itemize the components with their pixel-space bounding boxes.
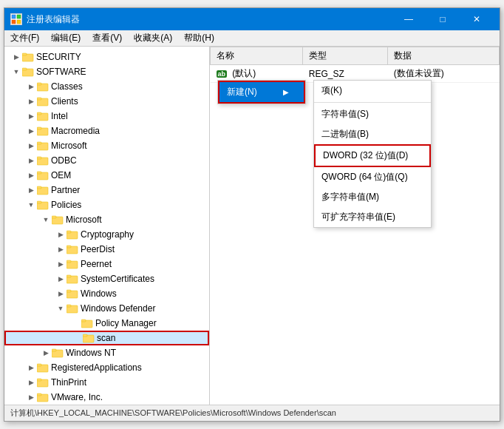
folder-icon-macromedia [37, 126, 49, 136]
tree-item-policymgr[interactable]: ▶ Policy Manager [4, 316, 209, 331]
svg-rect-39 [67, 305, 71, 307]
expander-vmware[interactable]: ▶ [25, 391, 37, 403]
expander-odbc[interactable]: ▶ [25, 155, 37, 166]
svg-rect-5 [22, 53, 27, 55]
folder-icon-peerdist [67, 244, 78, 254]
svg-rect-19 [37, 157, 41, 159]
expander-policies[interactable]: ▼ [25, 199, 37, 211]
expander-software[interactable]: ▼ [10, 66, 22, 78]
label-policies: Policies [51, 200, 81, 210]
svg-rect-2 [12, 20, 16, 24]
submenu-item-multistring[interactable]: 多字符串值(M) [314, 187, 431, 207]
tree-item-classes[interactable]: ▶ Classes [4, 79, 209, 94]
close-button[interactable]: ✕ [460, 8, 494, 30]
folder-icon-partner [37, 185, 49, 195]
tree-item-microsoft-pol[interactable]: ▼ Microsoft [4, 212, 209, 227]
expander-peernet[interactable]: ▶ [55, 258, 67, 270]
tree-item-peerdist[interactable]: ▶ PeerDist [4, 242, 209, 257]
expander-cryptography[interactable]: ▶ [55, 229, 67, 240]
expander-intel[interactable]: ▶ [25, 110, 37, 122]
menu-edit[interactable]: 编辑(E) [45, 30, 86, 46]
tree-item-peernet[interactable]: ▶ Peernet [4, 257, 209, 271]
expander-winnt[interactable]: ▶ [40, 347, 52, 359]
context-menu-new[interactable]: 新建(N) ▶ [218, 81, 305, 104]
expander-windefender[interactable]: ▼ [55, 303, 67, 314]
maximize-button[interactable]: □ [426, 8, 460, 30]
expander-microsoft-pol[interactable]: ▼ [40, 214, 52, 226]
label-clients: Clients [51, 96, 78, 107]
expander-syscerts[interactable]: ▶ [55, 273, 67, 285]
menu-help[interactable]: 帮助(H) [178, 30, 220, 46]
tree-item-winnt[interactable]: ▶ Windows NT [4, 345, 209, 360]
folder-icon-windefender [67, 303, 78, 314]
tree-item-macromedia[interactable]: ▶ Macromedia [4, 124, 209, 138]
tree-item-microsoft-sw[interactable]: ▶ Microsoft [4, 138, 209, 153]
label-syscerts: SystemCertificates [81, 274, 154, 284]
tree-item-syscerts[interactable]: ▶ SystemCertificates [4, 271, 209, 286]
right-panel: 名称 类型 数据 ab (默认) REG_SZ (数值未设置) [210, 47, 500, 405]
window-controls: — □ ✕ [392, 8, 494, 30]
svg-rect-13 [37, 112, 41, 115]
tree-item-software[interactable]: ▼ SOFTWARE [4, 64, 209, 79]
status-bar: 计算机\HKEY_LOCAL_MACHINE\SOFTWARE\Policies… [4, 405, 500, 421]
tree-item-vmware[interactable]: ▶ VMware, Inc. [4, 390, 209, 405]
tree-item-windefender[interactable]: ▼ Windows Defender [4, 301, 209, 316]
tree-scroll: ▶ SECURITY ▼ SOFTWARE ▶ [4, 47, 209, 405]
svg-rect-17 [37, 142, 41, 144]
folder-icon-microsoft-pol [52, 214, 64, 225]
svg-rect-49 [37, 379, 41, 381]
submenu-item-dword[interactable]: DWORD (32 位)值(D) [314, 144, 431, 167]
tree-item-thinprint[interactable]: ▶ ThinPrint [4, 375, 209, 390]
tree-item-odbc[interactable]: ▶ ODBC [4, 153, 209, 168]
tree-item-partner[interactable]: ▶ Partner [4, 183, 209, 197]
tree-item-clients[interactable]: ▶ Clients [4, 94, 209, 109]
expander-security[interactable]: ▶ [10, 51, 22, 63]
label-partner: Partner [51, 185, 80, 195]
label-microsoft-pol: Microsoft [66, 214, 102, 225]
submenu-item-string[interactable]: 字符串值(S) [314, 104, 431, 124]
expander-regapps[interactable]: ▶ [25, 362, 37, 374]
folder-icon-clients [37, 96, 49, 107]
expander-peerdist[interactable]: ▶ [55, 243, 67, 255]
expander-thinprint[interactable]: ▶ [25, 376, 37, 388]
tree-item-regapps[interactable]: ▶ RegisteredApplications [4, 360, 209, 375]
expander-clients[interactable]: ▶ [25, 95, 37, 107]
submenu-item-qword[interactable]: QWORD (64 位)值(Q) [314, 167, 431, 187]
tree-panel: ▶ SECURITY ▼ SOFTWARE ▶ [4, 47, 210, 405]
svg-rect-23 [37, 186, 41, 189]
tree-item-intel[interactable]: ▶ Intel [4, 109, 209, 124]
expander-partner[interactable]: ▶ [25, 184, 37, 196]
tree-item-policies[interactable]: ▼ Policies [4, 197, 209, 212]
status-path: 计算机\HKEY_LOCAL_MACHINE\SOFTWARE\Policies… [10, 408, 336, 419]
tree-item-windows[interactable]: ▶ Windows [4, 286, 209, 301]
tree-item-cryptography[interactable]: ▶ Cryptography [4, 227, 209, 242]
menu-bar: 文件(F) 编辑(E) 查看(V) 收藏夹(A) 帮助(H) [4, 30, 500, 47]
folder-icon-cryptography [67, 229, 78, 240]
folder-icon-policymgr [81, 318, 93, 328]
svg-rect-1 [17, 15, 21, 18]
menu-view[interactable]: 查看(V) [86, 30, 128, 46]
svg-rect-51 [37, 393, 41, 396]
tree-item-security[interactable]: ▶ SECURITY [4, 50, 209, 64]
expander-windows[interactable]: ▶ [55, 288, 67, 300]
menu-favorites[interactable]: 收藏夹(A) [128, 30, 178, 46]
folder-icon-vmware [37, 392, 49, 402]
expander-oem[interactable]: ▶ [25, 169, 37, 181]
submenu-item-binary[interactable]: 二进制值(B) [314, 124, 431, 144]
expander-macromedia[interactable]: ▶ [25, 125, 37, 137]
menu-file[interactable]: 文件(F) [4, 30, 45, 46]
submenu-item-expandstring[interactable]: 可扩充字符串值(E) [314, 207, 431, 227]
tree-item-scan[interactable]: ▶ scan [4, 331, 209, 345]
tree-item-oem[interactable]: ▶ OEM [4, 168, 209, 183]
folder-icon-oem [37, 170, 49, 180]
label-cryptography: Cryptography [81, 229, 134, 240]
minimize-button[interactable]: — [392, 8, 426, 30]
title-bar: 注册表编辑器 — □ ✕ [4, 8, 500, 30]
folder-icon-peernet [67, 259, 78, 269]
folder-icon-windows [67, 288, 78, 299]
submenu-item-key[interactable]: 项(K) [314, 81, 431, 101]
content-area: ▶ SECURITY ▼ SOFTWARE ▶ [4, 47, 500, 405]
expander-microsoft-sw[interactable]: ▶ [25, 140, 37, 152]
folder-icon-scan [83, 333, 95, 343]
expander-classes[interactable]: ▶ [25, 81, 37, 92]
